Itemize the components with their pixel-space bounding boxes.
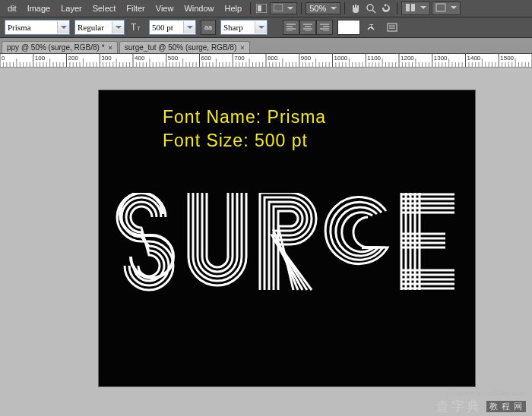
screen-mode-2-dropdown[interactable] [432, 2, 461, 15]
svg-text:1500: 1500 [500, 55, 514, 61]
svg-rect-2 [274, 4, 283, 11]
align-left-button[interactable] [283, 20, 299, 35]
svg-text:1400: 1400 [467, 55, 481, 61]
zoom-level-dropdown[interactable]: 50% [306, 2, 340, 14]
horizontal-ruler[interactable]: 0100200300400500600700800900100011001200… [0, 54, 532, 68]
arrange-documents-dropdown[interactable] [401, 2, 430, 15]
svg-text:1100: 1100 [367, 55, 381, 61]
svg-text:1300: 1300 [434, 55, 448, 61]
menu-filter[interactable]: Filter [122, 2, 149, 14]
menu-view[interactable]: View [151, 2, 179, 14]
antialias-icon: aa [201, 20, 216, 35]
document-tab[interactable]: ppy @ 50% (surge, RGB/8) * × [2, 41, 118, 53]
font-size-combo[interactable] [149, 20, 196, 35]
antialias-combo[interactable] [220, 20, 268, 35]
menu-select[interactable]: Select [88, 2, 121, 14]
svg-text:200: 200 [68, 55, 79, 61]
svg-line-4 [372, 10, 375, 13]
svg-rect-23 [388, 24, 397, 31]
canvas[interactable]: Font Name: Prisma Font Size: 500 pt [99, 90, 475, 386]
svg-text:400: 400 [135, 55, 145, 61]
watermark: 查字典 教 程 网 [436, 400, 526, 413]
svg-text:600: 600 [201, 55, 212, 61]
type-size-icon: TT [129, 20, 144, 35]
svg-text:T: T [131, 22, 137, 33]
align-right-button[interactable] [316, 20, 333, 35]
menu-layer[interactable]: Layer [56, 2, 87, 14]
svg-text:300: 300 [101, 55, 112, 61]
canvas-info-text: Font Name: Prisma Font Size: 500 pt [163, 106, 326, 153]
font-family-combo[interactable] [5, 20, 70, 35]
svg-text:700: 700 [234, 55, 245, 61]
svg-text:1200: 1200 [401, 55, 414, 61]
menu-edit[interactable]: dit [3, 2, 21, 14]
menu-image[interactable]: Image [23, 2, 55, 14]
dropdown-button[interactable] [183, 21, 195, 33]
warp-text-icon[interactable]: T [365, 20, 380, 35]
tab-label: ppy @ 50% (surge, RGB/8) * [7, 43, 105, 52]
svg-rect-5 [406, 4, 410, 11]
svg-rect-7 [436, 4, 445, 11]
svg-text:T: T [369, 23, 374, 30]
info-line-1: Font Name: Prisma [163, 106, 326, 129]
launch-bridge-icon[interactable] [255, 2, 268, 15]
rotate-view-icon[interactable] [379, 2, 393, 15]
close-icon[interactable]: × [109, 44, 112, 52]
svg-text:900: 900 [301, 55, 312, 61]
menu-separator [397, 2, 397, 14]
main-menubar: dit Image Layer Select Filter View Windo… [0, 0, 532, 17]
watermark-tag: 教 程 网 [486, 401, 526, 412]
workspace[interactable]: Font Name: Prisma Font Size: 500 pt [0, 68, 532, 416]
svg-text:T: T [137, 25, 141, 32]
font-style-combo[interactable] [74, 20, 125, 35]
font-family-input[interactable] [5, 21, 57, 33]
surge-text [116, 193, 461, 308]
ruler-ticks: 0100200300400500600700800900100011001200… [0, 54, 532, 67]
document-tabbar: ppy @ 50% (surge, RGB/8) * × surge_tut @… [0, 38, 532, 54]
tab-label: surge_tut @ 50% (surge, RGB/8) [125, 43, 236, 52]
menu-window[interactable]: Window [179, 2, 218, 14]
menu-separator [250, 2, 251, 14]
zoom-tool-icon[interactable] [364, 2, 378, 15]
svg-rect-6 [411, 4, 415, 11]
dropdown-button[interactable] [112, 21, 124, 33]
info-line-2: Font Size: 500 pt [163, 129, 326, 153]
font-style-input[interactable] [75, 21, 112, 33]
text-align-group [283, 20, 333, 35]
svg-point-3 [367, 5, 373, 11]
screen-mode-dropdown[interactable] [270, 2, 297, 14]
document-tab[interactable]: surge_tut @ 50% (surge, RGB/8) × [119, 41, 250, 53]
antialias-input[interactable] [221, 21, 255, 33]
watermark-url: jiaochen.chazidian.com [446, 389, 526, 397]
menu-separator [344, 2, 345, 14]
menu-help[interactable]: Help [220, 2, 247, 14]
watermark-brand: 查字典 [436, 400, 482, 413]
svg-text:100: 100 [35, 55, 46, 61]
svg-rect-1 [258, 5, 261, 11]
text-color-swatch[interactable] [337, 20, 360, 35]
dropdown-button[interactable] [255, 21, 267, 33]
character-panel-icon[interactable] [385, 20, 400, 35]
svg-text:800: 800 [268, 55, 278, 61]
svg-text:500: 500 [168, 55, 179, 61]
dropdown-button[interactable] [57, 21, 69, 33]
font-size-input[interactable] [150, 21, 183, 33]
svg-text:1000: 1000 [334, 55, 348, 61]
hand-tool-icon[interactable] [349, 2, 363, 15]
svg-text:0: 0 [2, 55, 5, 61]
close-icon[interactable]: × [240, 44, 244, 52]
menu-separator [301, 2, 302, 14]
align-center-button[interactable] [299, 20, 316, 35]
options-bar: TT aa T [0, 17, 532, 38]
